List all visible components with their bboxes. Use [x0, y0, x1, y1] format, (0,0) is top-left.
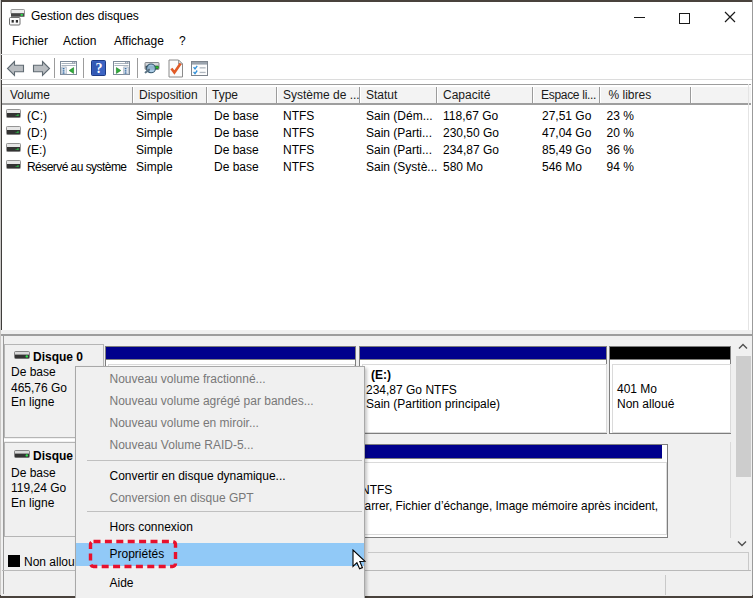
svg-text:?: ?: [96, 61, 103, 76]
